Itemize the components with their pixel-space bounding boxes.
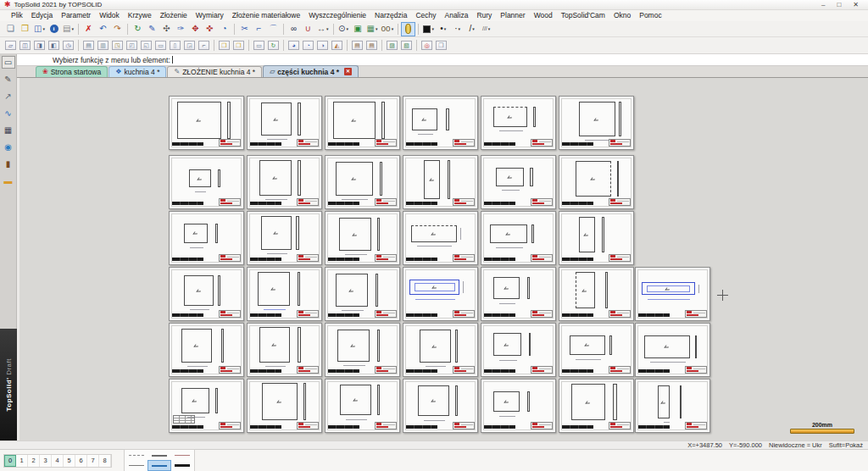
zoom-fit-icon[interactable]: ▣ <box>351 22 365 36</box>
frame-view-icon[interactable]: ⌐ <box>197 38 211 53</box>
analysis-tools-icon[interactable]: ✣ <box>159 22 174 36</box>
drawing-sheet-r6c5[interactable] <box>481 379 556 433</box>
layer-manager-icon[interactable]: ❒ <box>434 38 448 53</box>
drawing-sheet-r6c4[interactable] <box>403 379 478 433</box>
image-view-dropdown-arrow[interactable]: ▾ <box>376 26 378 31</box>
hammer-tools-icon[interactable]: ✜ <box>203 22 217 36</box>
menu-narz-dzia[interactable]: Narzędzia <box>370 10 411 21</box>
drawing-sheet-r5c7[interactable] <box>635 323 710 377</box>
drawing-sheet-r6c1[interactable] <box>169 379 244 433</box>
menu-widok[interactable]: Widok <box>95 10 124 21</box>
measure-icon[interactable]: ↔▾ <box>315 22 331 36</box>
menu-edycja[interactable]: Edycja <box>27 10 58 21</box>
drawing-sheet-r3c4[interactable] <box>403 211 478 265</box>
drawing-sheet-r4c5[interactable] <box>481 267 556 321</box>
section-view-icon[interactable]: ◷ <box>61 38 75 53</box>
document-info-icon[interactable]: i <box>47 22 61 36</box>
drawing-sheet-r3c1[interactable] <box>169 211 244 265</box>
sketch-pencil-icon[interactable]: ✎ <box>2 73 15 86</box>
drawing-sheet-r4c2[interactable] <box>247 267 322 321</box>
view-properties-icon[interactable]: ◳ <box>110 38 125 53</box>
prompt-bar[interactable]: Wybierz funkcję z menu lub element: <box>17 54 868 66</box>
selection-window-icon[interactable]: ▭ <box>2 56 15 69</box>
world-view-icon[interactable]: ◉ <box>2 141 15 153</box>
zoom-dropdown-arrow[interactable]: ▾ <box>346 26 348 31</box>
render-hidden-icon[interactable]: ◑ <box>315 38 330 53</box>
drawing-sheet-r5c6[interactable] <box>559 323 634 377</box>
drawing-sheet-r2c6[interactable] <box>559 155 634 209</box>
close-button[interactable]: ✕ <box>853 1 859 9</box>
print-dropdown-arrow[interactable]: ▾ <box>71 26 74 31</box>
fillet-icon[interactable]: ⌒ <box>266 22 281 36</box>
drawing-sheet-r6c6[interactable] <box>559 379 634 433</box>
page-button-5[interactable]: 5 <box>64 455 75 467</box>
tab-czesci-kuchnia-4-close-button[interactable]: ✕ <box>344 68 352 75</box>
drawing-sheet-r4c3[interactable] <box>325 267 400 321</box>
print-icon[interactable]: ▤▾ <box>61 22 75 36</box>
menu-parametr[interactable]: Parametr <box>57 10 95 21</box>
line-style-icon[interactable]: /▾ <box>465 22 479 36</box>
line-style-solid-thin[interactable] <box>125 461 147 470</box>
scale-view-icon[interactable]: ◲ <box>182 38 197 53</box>
delete-icon[interactable]: ✗ <box>81 22 96 36</box>
modify-element-icon[interactable]: ✎ <box>145 22 159 36</box>
table-grid-icon[interactable]: ▦ <box>2 124 15 136</box>
menu-z-o-enie[interactable]: Złożenie <box>156 10 192 21</box>
chamfer-icon[interactable]: ⌐ <box>252 22 266 36</box>
line-style-solid-blue[interactable] <box>148 461 170 470</box>
drawing-sheet-r3c2[interactable] <box>247 211 322 265</box>
dimension-arrow-icon[interactable]: ↗ <box>2 90 15 103</box>
marker-style-dropdown-arrow[interactable]: ▾ <box>459 26 461 31</box>
wood-material-icon[interactable]: ▬ <box>2 175 15 187</box>
page-button-3[interactable]: 3 <box>40 455 52 467</box>
move-view-icon[interactable]: ◰ <box>125 38 139 53</box>
drawing-sheet-r4c1[interactable] <box>169 267 244 321</box>
drawing-sheet-r4c7[interactable] <box>635 267 710 321</box>
drawing-sheet-r5c4[interactable] <box>403 323 478 377</box>
open-document-icon[interactable]: ❐ <box>18 22 32 36</box>
export-drawing-icon[interactable]: ▧ <box>399 38 414 53</box>
menu-plik[interactable]: Plik <box>7 10 27 21</box>
menu-planner[interactable]: Planner <box>496 10 529 21</box>
marker-style-icon[interactable]: ·▾ <box>450 22 465 36</box>
save-dropdown-arrow[interactable]: ▾ <box>42 26 45 31</box>
line-style-dropdown-arrow[interactable]: ▾ <box>472 26 475 31</box>
copy-view-icon[interactable]: ◱ <box>139 38 153 53</box>
image-view-icon[interactable]: ▦▾ <box>365 22 380 36</box>
trim-curve-icon[interactable]: ✂ <box>237 22 252 36</box>
drawing-sheet-r1c6[interactable] <box>559 96 634 150</box>
drawing-sheet-r1c3[interactable] <box>325 96 400 150</box>
import-view-icon[interactable]: ▤ <box>81 38 96 53</box>
delete-view-icon[interactable]: ▭ <box>153 38 168 53</box>
drawing-sheet-r1c2[interactable] <box>247 96 322 150</box>
drawing-sheet-r5c3[interactable] <box>325 323 400 377</box>
open-folder-icon[interactable]: ❐ <box>217 38 231 53</box>
regenerate-icon[interactable]: ↻ <box>131 22 145 36</box>
menu-cechy[interactable]: Cechy <box>411 10 440 21</box>
assembly-tools-icon[interactable]: ✥ <box>188 22 203 36</box>
drawing-sheet-r2c5[interactable] <box>481 155 556 209</box>
measure-dropdown-arrow[interactable]: ▾ <box>326 26 329 31</box>
menu-wood[interactable]: Wood <box>530 10 557 21</box>
line-style-dash-dot-thin[interactable] <box>125 451 147 460</box>
detail-view-icon[interactable]: ◧ <box>47 38 61 53</box>
drawing-sheet-r4c6[interactable] <box>559 267 634 321</box>
drawing-sheet-r6c3[interactable] <box>325 379 400 433</box>
menu-okno[interactable]: Okno <box>609 10 635 21</box>
align-view-icon[interactable]: ▯ <box>168 38 182 53</box>
redo-icon[interactable]: ↷ <box>110 22 125 36</box>
update-links-icon[interactable]: ↻ <box>266 38 281 53</box>
page-button-6[interactable]: 6 <box>75 455 87 467</box>
line-style-solid-thick[interactable] <box>171 461 193 470</box>
origin-target-icon[interactable]: ◎ <box>420 38 434 53</box>
page-button-7[interactable]: 7 <box>87 455 99 467</box>
menu-wymiary[interactable]: Wymiary <box>192 10 228 21</box>
tab-strona-startowa[interactable]: ❀Strona startowa <box>36 66 108 77</box>
drawing-sheet-r2c2[interactable] <box>247 155 322 209</box>
drawing-sheet-r5c2[interactable] <box>247 323 322 377</box>
drawing-sheet-r6c7[interactable] <box>635 379 710 433</box>
menu-topsolid-cam[interactable]: TopSolid'Cam <box>557 10 609 21</box>
new-document-icon[interactable]: ❏ <box>3 22 18 36</box>
magnet-snap-icon[interactable]: ∪ <box>301 22 315 36</box>
auxiliary-view-icon[interactable]: ◨ <box>32 38 47 53</box>
